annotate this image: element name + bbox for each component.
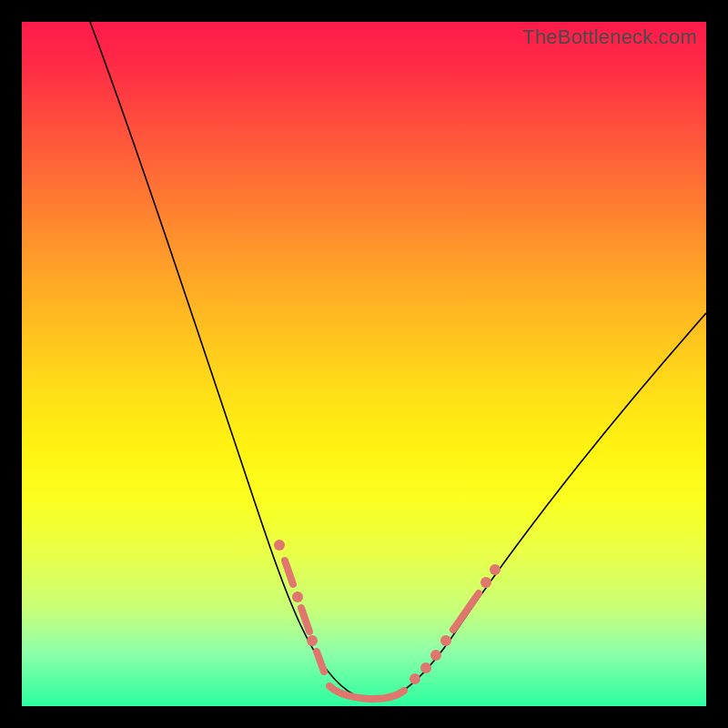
plot-area: TheBottleneck.com <box>22 22 706 706</box>
marker-dot <box>490 564 500 575</box>
marker-dot <box>440 635 451 646</box>
marker-seg <box>285 561 293 584</box>
marker-dot <box>420 662 431 673</box>
marker-dot <box>274 540 285 551</box>
chart-frame: TheBottleneck.com <box>0 0 728 728</box>
marker-dot <box>307 635 318 646</box>
marker-dot <box>410 673 420 684</box>
marker-dot <box>430 650 441 661</box>
marker-dot <box>292 592 303 602</box>
marker-dot <box>480 577 491 588</box>
bottleneck-curve <box>22 22 706 706</box>
curve-path <box>90 22 706 700</box>
marker-seg <box>317 652 324 672</box>
valley-highlight <box>329 686 404 699</box>
marker-seg <box>453 593 479 630</box>
